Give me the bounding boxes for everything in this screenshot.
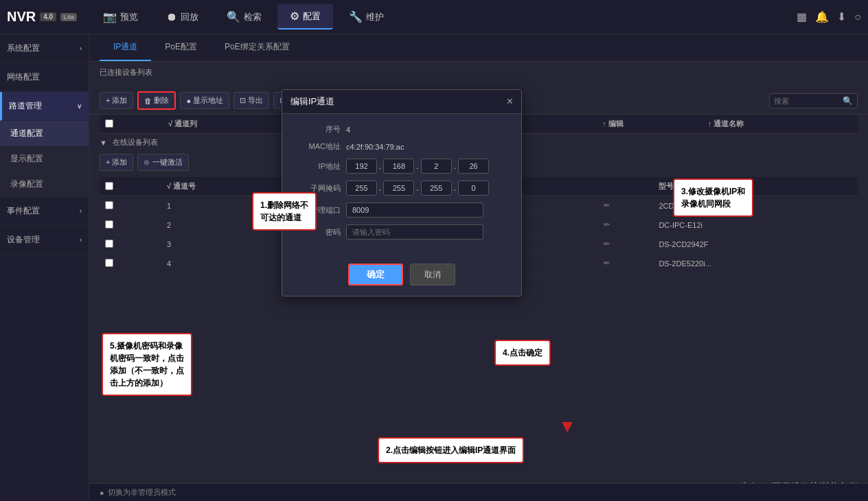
chevron-right-icon-2: › bbox=[80, 207, 82, 215]
gear-icon: ⚙ bbox=[290, 10, 299, 23]
grid-icon[interactable]: ▦ bbox=[797, 10, 807, 23]
trash-icon: 🗑 bbox=[144, 97, 152, 105]
callout-3: 3.修改摄像机IP和录像机同网段 bbox=[673, 178, 753, 217]
nav-config[interactable]: ⚙ 配置 bbox=[277, 4, 333, 30]
row1-edit[interactable]: ✏ bbox=[598, 196, 653, 215]
col-edit: ↑ 编辑 bbox=[597, 115, 703, 134]
sidebar-sub-record-config[interactable]: 录像配置 bbox=[0, 172, 89, 197]
ip-part3[interactable] bbox=[421, 159, 452, 174]
online-col-check bbox=[100, 177, 161, 196]
ip-input-group: . . . bbox=[346, 159, 489, 174]
password-input[interactable] bbox=[346, 224, 483, 240]
quick-add-button[interactable]: ⊙ 一键激活 bbox=[137, 154, 188, 171]
subnet-part4[interactable] bbox=[458, 180, 489, 196]
row4-model: DS-2DE5220i... bbox=[653, 254, 858, 273]
port-input[interactable] bbox=[346, 202, 483, 218]
online-add-button[interactable]: + 添加 bbox=[100, 154, 133, 171]
tab-poe-binding[interactable]: PoE绑定关系配置 bbox=[211, 34, 304, 61]
nav-search[interactable]: 🔍 检索 bbox=[214, 5, 274, 29]
sidebar-sub-channel-config[interactable]: 通道配置 bbox=[0, 121, 89, 146]
ip-part2[interactable] bbox=[383, 159, 414, 174]
connected-title: 已连接设备列表 bbox=[100, 67, 858, 78]
dialog-footer: 确定 取消 bbox=[282, 257, 521, 296]
playback-icon: ⏺ bbox=[166, 11, 177, 23]
form-row-seq: 序号 4 bbox=[293, 124, 511, 135]
subnet-dot2: . bbox=[416, 183, 418, 193]
topbar: NVR 4.0 Lite 📷 预览 ⏺ 回放 🔍 检索 ⚙ 配置 🔧 维护 ▦ … bbox=[0, 0, 868, 34]
export-button[interactable]: ⊡ 导出 bbox=[233, 92, 269, 109]
chevron-down-icon: ∨ bbox=[77, 102, 82, 110]
sidebar-item-network[interactable]: 网络配置 bbox=[0, 63, 89, 92]
sidebar-network-label: 网络配置 bbox=[7, 71, 40, 83]
nav-maintain[interactable]: 🔧 维护 bbox=[336, 5, 396, 29]
nav-preview[interactable]: 📷 预览 bbox=[91, 5, 150, 29]
form-row-password: 密码 bbox=[293, 224, 511, 240]
ip-part4[interactable] bbox=[458, 159, 489, 174]
row3-model: DS-2CD2942F bbox=[653, 235, 858, 254]
export-label: 导出 bbox=[248, 95, 263, 106]
sidebar-sub-display-config[interactable]: 显示配置 bbox=[0, 146, 89, 172]
show-addr-button[interactable]: ● 显示地址 bbox=[180, 92, 229, 109]
add-button[interactable]: + 添加 bbox=[100, 92, 133, 109]
online-section-title: 在线设备列表 bbox=[113, 137, 158, 148]
dialog-body: 序号 4 MAC地址 c4:2f:90:34:79:ac IP地址 . . bbox=[282, 114, 521, 257]
online-select-all[interactable] bbox=[105, 182, 113, 190]
arrow-right-icon: ▼ bbox=[100, 139, 107, 147]
app-logo: NVR 4.0 Lite bbox=[7, 9, 77, 25]
callout-3-text: 3.修改摄像机IP和录像机同网段 bbox=[681, 187, 745, 209]
dialog-close-button[interactable]: × bbox=[507, 95, 513, 108]
sidebar-channel-config-label: 通道配置 bbox=[10, 128, 43, 138]
sidebar-item-device[interactable]: 设备管理 › bbox=[0, 226, 89, 255]
connected-section: 已连接设备列表 bbox=[89, 62, 868, 87]
ip-dot3: . bbox=[454, 161, 456, 171]
tab-poe-config[interactable]: PoE配置 bbox=[151, 34, 211, 61]
subnet-part1[interactable] bbox=[346, 180, 377, 196]
seq-value: 4 bbox=[346, 126, 350, 134]
power-icon[interactable]: ○ bbox=[854, 11, 861, 23]
search-icon: 🔍 bbox=[227, 10, 240, 23]
sidebar-item-alarm[interactable]: 事件配置 › bbox=[0, 197, 89, 226]
tab-bar: IP通道 PoE配置 PoE绑定关系配置 bbox=[89, 34, 868, 62]
row4-check[interactable] bbox=[105, 259, 113, 267]
row3-edit[interactable]: ✏ bbox=[598, 235, 653, 254]
col-check bbox=[100, 115, 163, 134]
row4-edit[interactable]: ✏ bbox=[598, 254, 653, 273]
row3-check[interactable] bbox=[105, 240, 113, 248]
tab-ip-channel[interactable]: IP通道 bbox=[100, 34, 151, 61]
ip-part1[interactable] bbox=[346, 159, 377, 174]
sidebar-system-label: 系统配置 bbox=[7, 43, 40, 54]
callout-1: 1.删除网络不可达的通道 bbox=[252, 192, 317, 231]
select-all-checkbox[interactable] bbox=[105, 119, 113, 128]
sidebar-device-label: 设备管理 bbox=[7, 234, 40, 246]
content-area: IP通道 PoE配置 PoE绑定关系配置 已连接设备列表 + 添加 🗑 删除 ●… bbox=[89, 34, 868, 501]
search-icon-2: 🔍 bbox=[843, 96, 853, 106]
subnet-part2[interactable] bbox=[383, 180, 414, 196]
callout-4-text: 4.点击确定 bbox=[503, 348, 542, 358]
ip-dot2: . bbox=[416, 161, 418, 171]
search-input[interactable] bbox=[774, 97, 843, 105]
eye-icon: ● bbox=[186, 97, 191, 105]
nav-playback-label: 回放 bbox=[181, 11, 198, 23]
dialog-header: 编辑IP通道 × bbox=[282, 90, 521, 114]
search-box: 🔍 bbox=[769, 93, 858, 108]
row2-check[interactable] bbox=[105, 220, 113, 229]
delete-button[interactable]: 🗑 删除 bbox=[137, 91, 176, 110]
bell-icon[interactable]: 🔔 bbox=[815, 10, 829, 23]
nav-playback[interactable]: ⏺ 回放 bbox=[154, 5, 211, 29]
download-icon[interactable]: ⬇ bbox=[837, 10, 846, 23]
sidebar-item-system[interactable]: 系统配置 › bbox=[0, 34, 89, 63]
form-row-subnet: 子网掩码 . . . bbox=[293, 180, 511, 196]
main-layout: 系统配置 › 网络配置 路道管理 ∨ 通道配置 显示配置 录像配置 事件配置 ›… bbox=[0, 34, 868, 501]
cancel-button[interactable]: 取消 bbox=[410, 264, 455, 286]
callout-1-text: 1.删除网络不可达的通道 bbox=[260, 200, 308, 222]
ip-dot1: . bbox=[379, 161, 381, 171]
online-col-edit bbox=[598, 177, 653, 196]
confirm-button[interactable]: 确定 bbox=[348, 264, 403, 286]
row1-check[interactable] bbox=[105, 201, 113, 209]
nav-maintain-label: 维护 bbox=[366, 11, 384, 23]
sidebar-alarm-label: 事件配置 bbox=[7, 205, 40, 217]
sidebar-item-channel[interactable]: 路道管理 ∨ bbox=[0, 92, 89, 121]
subnet-part3[interactable] bbox=[421, 180, 452, 196]
app-name: NVR bbox=[7, 9, 36, 25]
row2-edit[interactable]: ✏ bbox=[598, 215, 653, 235]
